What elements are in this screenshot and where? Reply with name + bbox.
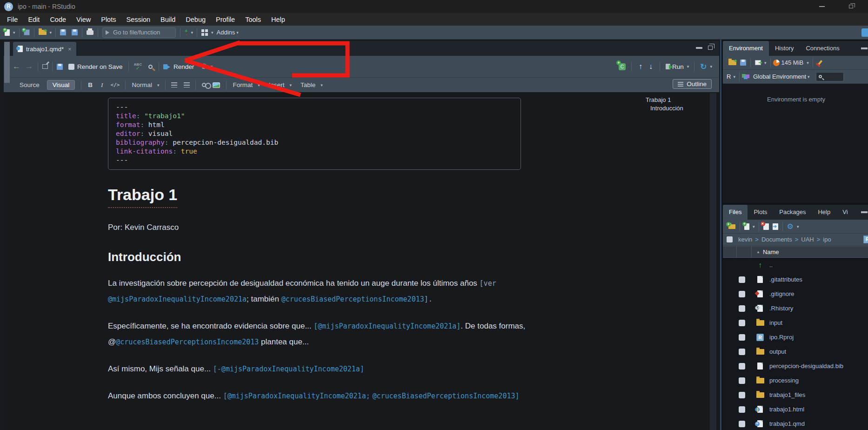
format-menu-caret[interactable]	[256, 83, 261, 87]
tab-plots[interactable]: Plots	[748, 205, 773, 220]
tab-viewer[interactable]: Vi	[836, 205, 854, 220]
clipped-toolbar-icon[interactable]	[861, 28, 868, 37]
menu-view[interactable]: View	[71, 16, 96, 23]
save-document-button[interactable]	[55, 61, 65, 72]
publish-dropdown[interactable]	[708, 64, 714, 69]
insert-chunk-button[interactable]	[617, 61, 628, 72]
spellcheck-button[interactable]	[131, 61, 145, 72]
menu-debug[interactable]: Debug	[180, 16, 211, 23]
visual-editor-content[interactable]: --- title: "trabajo1" format: html edito…	[4, 92, 719, 430]
r-project-icon[interactable]	[863, 235, 868, 243]
bullet-list-button[interactable]	[171, 82, 177, 87]
breadcrumb-uah[interactable]: UAH	[801, 236, 814, 243]
editor-scrollbar-thumb[interactable]	[4, 42, 10, 83]
link-button[interactable]	[202, 83, 206, 87]
section-heading[interactable]: Introducción	[108, 250, 531, 264]
row-checkbox[interactable]	[739, 291, 745, 297]
files-more-dropdown[interactable]	[795, 224, 801, 229]
pane-minimize-icon[interactable]	[861, 47, 868, 49]
print-button[interactable]	[85, 27, 95, 38]
document-byline[interactable]: Por: Kevin Carrasco	[108, 223, 531, 232]
citation-link[interactable]: [-@mijsParadoxInequalityIncome2021a]	[213, 365, 364, 373]
run-dropdown[interactable]	[686, 64, 691, 69]
menu-build[interactable]: Build	[155, 16, 180, 23]
menu-help[interactable]: Help	[266, 16, 290, 23]
tab-trabajo1-qmd[interactable]: trabajo1.qmd* ×	[13, 42, 76, 56]
render-on-save-checkbox[interactable]	[68, 64, 74, 70]
window-minimize-button[interactable]	[811, 0, 833, 13]
version-control-button[interactable]	[183, 27, 189, 38]
tab-files[interactable]: Files	[723, 205, 748, 220]
render-settings-dropdown[interactable]	[209, 64, 214, 69]
environment-scope-label[interactable]: Global Environment	[753, 73, 806, 80]
r-language-label[interactable]: R	[727, 73, 731, 80]
paragraph-style-caret[interactable]	[156, 83, 161, 87]
row-checkbox[interactable]	[739, 305, 745, 312]
environment-scope-dropdown[interactable]	[806, 74, 811, 79]
editor-scrollbar[interactable]	[710, 93, 716, 430]
file-row[interactable]: .gitignore	[723, 287, 868, 301]
pane-minimize-icon[interactable]	[696, 47, 702, 49]
language-dropdown[interactable]	[732, 74, 737, 79]
file-row[interactable]: percepcion-desigualdad.bib	[723, 359, 868, 373]
image-button[interactable]	[213, 82, 220, 88]
yaml-front-matter-block[interactable]: --- title: "trabajo1" format: html edito…	[108, 98, 521, 170]
render-label[interactable]: Render	[174, 63, 194, 70]
file-row-up[interactable]: ..	[723, 258, 868, 272]
delete-file-button[interactable]	[761, 221, 771, 232]
file-row[interactable]: .Rhistory	[723, 301, 868, 316]
citation-link[interactable]: [@mijsParadoxInequalityIncome2021a]	[314, 322, 461, 330]
code-button[interactable]: </>	[107, 82, 123, 88]
row-checkbox[interactable]	[739, 392, 745, 398]
citation-link[interactable]: @crucesBiasedPerceptionsIncome2013	[281, 295, 424, 303]
render-button[interactable]	[161, 61, 171, 72]
select-all-checkbox[interactable]	[727, 236, 733, 242]
visual-mode-button[interactable]: Visual	[47, 80, 75, 90]
back-button[interactable]	[10, 62, 23, 71]
file-row[interactable]: trabajo1.html	[723, 402, 868, 417]
outline-item-trabajo1[interactable]: Trabajo 1	[646, 96, 711, 104]
render-settings-button[interactable]	[199, 61, 209, 72]
bold-button[interactable]: B	[84, 81, 97, 88]
workspace-panes-button[interactable]	[200, 27, 210, 38]
table-menu[interactable]: Table	[297, 81, 319, 88]
menu-code[interactable]: Code	[45, 16, 71, 23]
open-file-button[interactable]	[37, 27, 48, 38]
row-checkbox[interactable]	[739, 320, 745, 326]
open-in-new-window-button[interactable]	[40, 61, 50, 72]
breadcrumb-ipo[interactable]: ipo	[823, 236, 831, 243]
save-all-button[interactable]	[68, 27, 80, 38]
pane-minimize-icon[interactable]	[861, 211, 868, 213]
tab-environment[interactable]: Environment	[723, 41, 769, 56]
source-mode-button[interactable]: Source	[16, 81, 43, 88]
tab-help[interactable]: Help	[812, 205, 836, 220]
file-row[interactable]: output	[723, 344, 868, 359]
numbered-list-button[interactable]	[184, 82, 190, 87]
tab-history[interactable]: History	[769, 41, 800, 56]
tab-connections[interactable]: Connections	[800, 41, 845, 56]
new-project-button[interactable]	[22, 27, 32, 38]
environment-search-input[interactable]	[816, 72, 844, 81]
breadcrumb-kevin[interactable]: kevin	[738, 236, 752, 243]
new-file-dropdown[interactable]	[12, 30, 17, 35]
new-blank-file-button[interactable]	[742, 221, 751, 232]
row-checkbox[interactable]	[739, 349, 745, 355]
menu-plots[interactable]: Plots	[96, 16, 121, 23]
menu-session[interactable]: Session	[121, 16, 155, 23]
citation-link[interactable]: @mijsParadoxInequalityIncome2021a	[108, 295, 247, 303]
pane-maximize-icon[interactable]	[708, 46, 713, 50]
paragraph-2[interactable]: Específicamente, se ha encontrado eviden…	[108, 318, 531, 350]
file-row[interactable]: ipo.Rproj	[723, 330, 868, 344]
sort-ascending-icon[interactable]	[756, 250, 760, 254]
menu-profile[interactable]: Profile	[211, 16, 240, 23]
insert-menu[interactable]: Insert	[265, 81, 288, 88]
insert-menu-caret[interactable]	[288, 83, 294, 87]
name-column-header[interactable]: Name	[763, 249, 779, 255]
open-recent-dropdown[interactable]	[48, 30, 53, 35]
save-workspace-button[interactable]	[738, 57, 748, 68]
files-more-button[interactable]	[785, 221, 795, 232]
copy-file-button[interactable]	[771, 221, 780, 232]
row-checkbox[interactable]	[739, 406, 745, 413]
menu-edit[interactable]: Edit	[23, 16, 45, 23]
addins-menu[interactable]: Addins	[217, 29, 240, 36]
